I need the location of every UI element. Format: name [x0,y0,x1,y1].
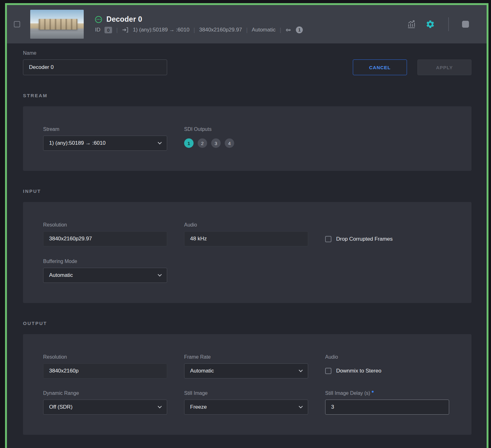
input-audio-value: 48 kHz [184,231,308,246]
modified-indicator-dot [372,391,374,393]
header-info: Decoder 0 ID 0 | 1) (any):50189 → :6010 … [95,15,303,33]
header-actions [407,17,480,31]
output-count-badge: 1 [296,26,303,33]
decoder-header: Decoder 0 ID 0 | 1) (any):50189 → :6010 … [7,5,487,43]
name-group: Name [23,50,167,75]
sdi-outputs-group: SDI Outputs 1 2 3 4 [184,126,308,151]
select-decoder-checkbox[interactable] [14,21,20,27]
input-audio-group: Audio 48 kHz [184,222,308,247]
output-resolution-value: 3840x2160p [43,363,167,378]
sdi-output-3[interactable]: 3 [211,138,221,148]
cancel-button[interactable]: CANCEL [353,59,407,75]
chevron-down-icon [299,404,303,408]
sdi-output-2[interactable]: 2 [198,138,207,148]
downmix-stereo-label: Downmix to Stereo [336,368,381,374]
preview-thumbnail [30,10,84,39]
stream-input-icon [122,26,129,33]
stream-select-group: Stream 1) (any):50189 → :6010 [43,126,167,151]
input-card: Resolution 3840x2160p29.97 Audio 48 kHz … [23,202,471,303]
output-card: Resolution 3840x2160p Frame Rate Automat… [23,334,471,435]
chevron-down-icon [299,368,303,372]
meta-buffering: Automatic [252,27,276,33]
input-resolution-group: Resolution 3840x2160p29.97 [43,222,167,247]
decoder-meta: ID 0 | 1) (any):50189 → :6010 | 3840x216… [95,26,303,33]
id-badge: 0 [104,27,112,33]
chevron-down-icon [158,140,162,144]
output-section-title: OUTPUT [23,321,471,326]
sdi-output-1[interactable]: 1 [184,138,194,148]
frame-rate-group: Frame Rate Automatic [184,354,308,378]
meta-stream: 1) (any):50189 → :6010 [133,27,189,33]
name-input[interactable] [23,59,167,75]
id-label: ID [95,27,100,33]
still-image-delay-group: Still Image Delay (s) [325,390,449,415]
stream-card: Stream 1) (any):50189 → :6010 SDI Output… [23,106,471,171]
meta-resolution: 3840x2160p29.97 [199,27,242,33]
decoder-title: Decoder 0 [106,15,142,24]
apply-button[interactable]: APPLY [417,59,471,75]
buffering-mode-select[interactable]: Automatic [43,268,167,283]
output-audio-group: Audio Downmix to Stereo [325,354,449,378]
drop-corrupted-label: Drop Corrupted Frames [336,236,393,242]
sdi-outputs-label: SDI Outputs [184,126,308,132]
input-section-title: INPUT [23,188,471,194]
chevron-down-icon [158,272,162,277]
output-route-icon [285,27,292,33]
chevron-down-icon [158,404,162,408]
stream-select[interactable]: 1) (any):50189 → :6010 [43,136,167,151]
still-image-delay-input[interactable] [325,400,449,415]
input-resolution-value: 3840x2160p29.97 [43,231,167,246]
statistics-icon[interactable] [407,20,416,29]
settings-gear-icon[interactable] [426,20,435,29]
streaming-status-icon [95,16,102,23]
drop-corrupted-checkbox[interactable] [325,236,331,242]
frame-rate-select[interactable]: Automatic [184,363,308,378]
downmix-stereo-checkbox[interactable] [325,368,331,374]
header-divider [448,17,449,31]
still-image-select[interactable]: Freeze [184,400,308,415]
stream-section-title: STREAM [23,93,471,98]
buffering-mode-group: Buffering Mode Automatic [43,259,167,283]
name-label: Name [23,50,167,56]
card-view-icon[interactable] [462,21,469,28]
decoder-panel: Decoder 0 ID 0 | 1) (any):50189 → :6010 … [5,3,488,448]
sdi-output-4[interactable]: 4 [225,138,234,148]
decoder-settings-body: Name CANCEL APPLY STREAM Stream 1) (any)… [7,43,487,448]
output-resolution-group: Resolution 3840x2160p [43,354,167,378]
dynamic-range-group: Dynamic Range Off (SDR) [43,390,167,415]
still-image-group: Still Image Freeze [184,390,308,415]
drop-corrupted-group: Drop Corrupted Frames [325,222,449,247]
stream-label: Stream [43,126,167,132]
dynamic-range-select[interactable]: Off (SDR) [43,400,167,415]
